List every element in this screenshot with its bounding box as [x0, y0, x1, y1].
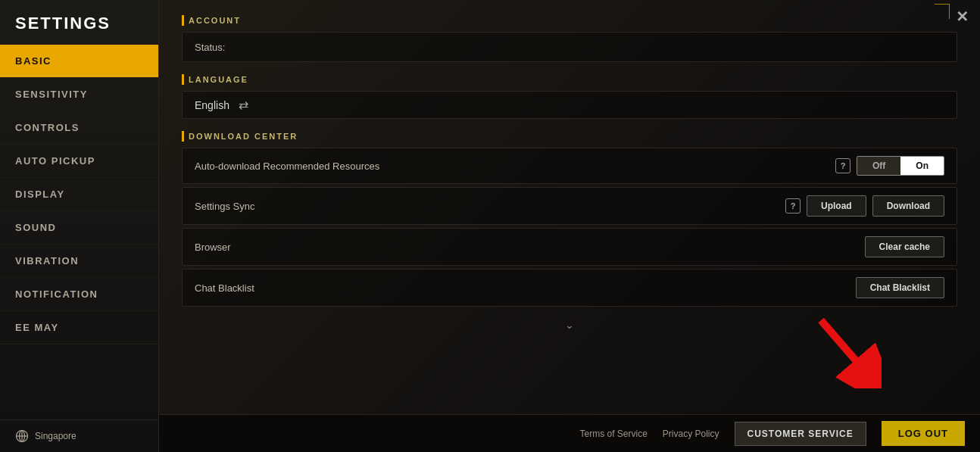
- region-label: Singapore: [35, 431, 76, 441]
- account-status-row: Status:: [182, 32, 957, 62]
- auto-download-toggle[interactable]: Off On: [857, 156, 944, 176]
- language-section: LANGUAGE English ⇄: [182, 74, 957, 119]
- auto-download-help-icon[interactable]: ?: [835, 158, 850, 173]
- account-section: ACCOUNT Status:: [182, 15, 957, 62]
- sidebar-item-display[interactable]: DISPLAY: [0, 178, 158, 211]
- sidebar-item-sensitivity[interactable]: SENSITIVITY: [0, 78, 158, 111]
- sidebar-item-basic[interactable]: BASIC: [0, 45, 158, 78]
- customer-service-button[interactable]: CUSTOMER SERVICE: [735, 422, 866, 446]
- scroll-indicator: ⌄: [182, 319, 957, 331]
- sidebar-item-notification[interactable]: NOTIFICATION: [0, 278, 158, 311]
- sidebar-footer: Singapore: [0, 419, 158, 452]
- chat-blacklist-right: Chat Blacklist: [856, 277, 944, 298]
- download-button[interactable]: Download: [872, 195, 944, 217]
- chat-blacklist-button[interactable]: Chat Blacklist: [856, 277, 944, 298]
- settings-title: SETTINGS: [0, 0, 158, 45]
- settings-sync-help-icon[interactable]: ?: [785, 198, 801, 214]
- auto-download-right: ? Off On: [835, 156, 944, 176]
- main-content: ✕ ACCOUNT Status: LANGUAGE English ⇄ DOW…: [159, 0, 980, 452]
- close-button[interactable]: ✕: [956, 8, 969, 26]
- settings-sync-row: Settings Sync ? Upload Download: [182, 187, 957, 225]
- language-section-title: LANGUAGE: [182, 74, 957, 85]
- download-center-section: DOWNLOAD CENTER Auto-download Recommende…: [182, 131, 957, 307]
- settings-sync-right: ? Upload Download: [785, 195, 944, 217]
- browser-right: Clear cache: [865, 236, 944, 257]
- footer: Terms of Service Privacy Policy CUSTOMER…: [159, 414, 980, 452]
- toggle-on-button[interactable]: On: [900, 157, 944, 175]
- sidebar-item-ee-may[interactable]: EE MAY: [0, 311, 158, 344]
- chat-blacklist-row: Chat Blacklist Chat Blacklist: [182, 269, 957, 307]
- globe-icon: [15, 429, 29, 443]
- language-value: English: [195, 99, 229, 111]
- sidebar-item-auto-pickup[interactable]: AUTO PICKUP: [0, 145, 158, 178]
- sidebar-item-vibration[interactable]: VIBRATION: [0, 245, 158, 278]
- browser-row: Browser Clear cache: [182, 228, 957, 266]
- chat-blacklist-label: Chat Blacklist: [195, 282, 254, 294]
- sidebar-item-controls[interactable]: CONTROLS: [0, 111, 158, 145]
- sidebar-item-sound[interactable]: SOUND: [0, 211, 158, 245]
- language-row: English ⇄: [182, 91, 957, 119]
- sidebar: SETTINGS BASIC SENSITIVITY CONTROLS AUTO…: [0, 0, 159, 452]
- upload-button[interactable]: Upload: [807, 195, 866, 217]
- browser-label: Browser: [195, 242, 231, 253]
- clear-cache-button[interactable]: Clear cache: [865, 236, 944, 257]
- account-section-title: ACCOUNT: [182, 15, 957, 26]
- privacy-policy-link[interactable]: Privacy Policy: [663, 429, 719, 439]
- download-center-title: DOWNLOAD CENTER: [182, 131, 957, 142]
- swap-icon[interactable]: ⇄: [239, 98, 248, 112]
- settings-sync-label: Settings Sync: [195, 201, 255, 212]
- auto-download-row: Auto-download Recommended Resources ? Of…: [182, 148, 957, 184]
- status-label: Status:: [195, 42, 225, 53]
- terms-of-service-link[interactable]: Terms of Service: [579, 429, 647, 439]
- auto-download-label: Auto-download Recommended Resources: [195, 161, 379, 172]
- toggle-off-button[interactable]: Off: [857, 157, 900, 175]
- logout-button[interactable]: LOG OUT: [882, 421, 965, 446]
